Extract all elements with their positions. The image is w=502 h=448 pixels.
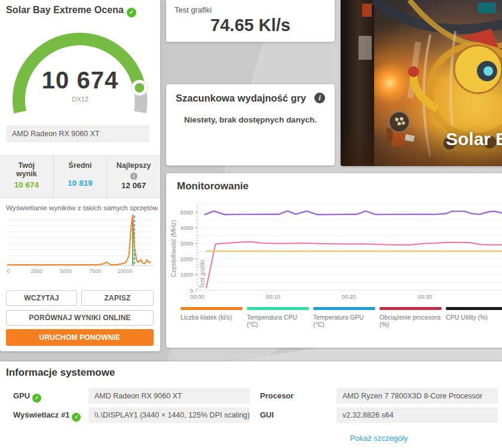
- result-title: Solar Bay Extreme Ocena✓: [6, 5, 136, 17]
- graphics-test-card: Test grafiki 74.65 Kl/s: [166, 0, 335, 42]
- legend-label: Temperatura CPU (°C): [247, 314, 309, 328]
- svg-text:2500: 2500: [30, 268, 42, 274]
- gpu-label: GPU✓: [13, 391, 41, 403]
- run-again-button[interactable]: URUCHOM PONOWNIE: [6, 329, 154, 346]
- svg-text:4000: 4000: [180, 225, 193, 231]
- no-data-message: Niestety, brak dostępnych danych.: [166, 115, 335, 124]
- gpu-name-box: AMD Radeon RX 9060 XT: [6, 125, 149, 142]
- monitoring-legend: Liczba klatek (kl/s)Temperatura CPU (°C)…: [180, 307, 502, 328]
- load-button[interactable]: WCZYTAJ: [6, 290, 77, 306]
- legend-label: Liczba klatek (kl/s): [180, 314, 243, 321]
- legend-label: Obciążenie procesora (%): [379, 314, 442, 328]
- svg-text:0: 0: [190, 287, 193, 294]
- system-info-panel: Informacje systemowe GPU✓ AMD Radeon RX …: [0, 361, 502, 448]
- display-label: Wyświetlacz #1✓: [13, 410, 81, 422]
- legend-color-bar: [313, 307, 375, 310]
- benchmark-name-overlay: Solar B: [446, 129, 502, 149]
- average-score-column: Średni 10 819: [53, 156, 107, 198]
- legend-color-bar: [247, 307, 309, 310]
- processor-value-box: AMD Ryzen 7 7800X3D 8-Core Processor: [336, 388, 498, 404]
- legend-color-bar: [180, 307, 243, 310]
- svg-text:5000: 5000: [180, 209, 193, 216]
- svg-text:00:00: 00:00: [190, 293, 204, 300]
- svg-text:10000: 10000: [117, 268, 132, 274]
- legend-item[interactable]: CPU Utility (%): [446, 307, 502, 328]
- legend-color-bar: [446, 307, 502, 310]
- graphics-test-value: 74.65 Kl/s: [166, 16, 335, 35]
- estimated-performance-card: Szacunkowa wydajność gry i Niestety, bra…: [166, 84, 335, 165]
- gpu-value-box: AMD Radeon RX 9060 XT: [88, 388, 250, 404]
- svg-text:Test grafiki: Test grafiki: [199, 260, 206, 289]
- legend-color-bar: [379, 307, 442, 310]
- your-score-label: Twój wynik: [10, 161, 42, 178]
- svg-text:2000: 2000: [180, 256, 193, 262]
- svg-text:3000: 3000: [180, 240, 193, 247]
- score-distribution-chart: 025005000750010000: [5, 213, 155, 280]
- legend-item[interactable]: Temperatura CPU (°C): [247, 307, 309, 328]
- display-value-box: \\.\DISPLAY1 (3440 × 1440, 125% DPI scal…: [88, 407, 250, 423]
- svg-text:1000: 1000: [180, 271, 193, 278]
- svg-text:7500: 7500: [90, 268, 102, 274]
- api-label: DX12: [0, 96, 160, 103]
- svg-text:00:10: 00:10: [266, 293, 280, 300]
- histogram-caption: Wyświetlanie wyników z takich samych spr…: [6, 204, 158, 212]
- compare-results-online-button[interactable]: PORÓWNAJ WYNIKI ONLINE: [6, 310, 154, 326]
- score-comparison: Twój wynik 10 674 Średni 10 819 Najlepsz…: [0, 155, 160, 198]
- save-button[interactable]: ZAPISZ: [81, 290, 154, 306]
- estimated-performance-title: Szacunkowa wydajność gry: [176, 93, 306, 104]
- pink-line: [206, 242, 502, 288]
- gpu-check-icon: ✓: [32, 394, 41, 403]
- display-check-icon: ✓: [72, 413, 81, 422]
- graphics-test-label: Test grafiki: [175, 5, 212, 14]
- svg-text:00:30: 00:30: [418, 293, 432, 300]
- monitoring-card: Monitorowanie Częstotliwość (MHz) 010002…: [166, 173, 502, 348]
- best-score-column: Najlepszy i 12 067: [106, 156, 160, 198]
- info-icon[interactable]: i: [314, 93, 325, 103]
- legend-item[interactable]: Obciążenie procesora (%): [379, 307, 442, 328]
- legend-item[interactable]: Temperatura GPU (°C): [313, 307, 375, 328]
- monitoring-chart: 01000200030004000500000:0000:1000:2000:3…: [166, 201, 502, 308]
- system-info-title: Informacje systemowe: [6, 367, 115, 379]
- svg-text:00:20: 00:20: [342, 293, 356, 300]
- legend-label: CPU Utility (%): [446, 314, 502, 321]
- purple-line: [205, 211, 502, 214]
- legend-item[interactable]: Liczba klatek (kl/s): [180, 307, 243, 328]
- gui-value-box: v2.32.8826 s64: [336, 407, 498, 423]
- best-info-icon[interactable]: i: [130, 173, 137, 180]
- average-score-label: Średni: [54, 161, 107, 170]
- verified-check-icon: ✓: [127, 8, 136, 17]
- average-score-value: 10 819: [54, 179, 107, 188]
- your-score-column: Twój wynik 10 674: [0, 156, 53, 198]
- processor-label: Procesor: [260, 391, 293, 400]
- gui-label: GUI: [260, 410, 274, 419]
- result-card: Solar Bay Extreme Ocena✓ 10 674 DX12 AMD…: [0, 0, 160, 351]
- monitoring-title: Monitorowanie: [177, 180, 249, 192]
- overall-score: 10 674: [0, 67, 160, 94]
- svg-text:0: 0: [7, 268, 10, 274]
- benchmark-artwork-card: Solar B: [341, 0, 502, 166]
- svg-text:5000: 5000: [60, 268, 72, 274]
- show-details-link[interactable]: Pokaż szczegóły: [260, 434, 498, 443]
- legend-label: Temperatura GPU (°C): [313, 314, 375, 328]
- best-score-value: 12 067: [107, 181, 160, 190]
- best-score-label: Najlepszy: [107, 161, 160, 170]
- your-score-value: 10 674: [0, 180, 53, 189]
